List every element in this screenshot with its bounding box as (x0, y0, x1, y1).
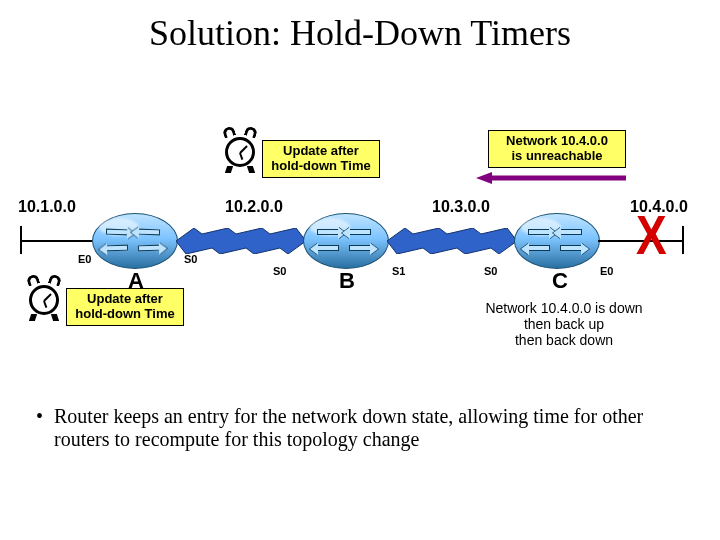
net-label-1: 10.1.0.0 (18, 198, 76, 216)
iface-a-e0: E0 (78, 253, 91, 265)
router-a-icon (92, 213, 178, 269)
router-b-label: B (339, 268, 355, 294)
svg-marker-2 (176, 228, 306, 254)
wan-b-c (387, 228, 517, 254)
lan-segment-1 (20, 240, 92, 242)
status-note-text: Network 10.4.0.0 is down then back up th… (485, 300, 642, 348)
callout-update-top: Update after hold-down Time (262, 140, 380, 178)
link-down-x-icon: X (636, 203, 667, 268)
bullet-1-text: Router keeps an entry for the network do… (54, 405, 690, 451)
svg-marker-3 (387, 228, 517, 254)
iface-b-s0: S0 (273, 265, 286, 277)
iface-c-e0: E0 (600, 265, 613, 277)
bullet-1: • Router keeps an entry for the network … (36, 405, 690, 451)
lan-terminator-1 (20, 226, 22, 254)
callout-unreachable: Network 10.4.0.0 is unreachable (488, 130, 626, 168)
iface-b-s1: S1 (392, 265, 405, 277)
wan-a-b (176, 228, 306, 254)
callout-update-top-text: Update after hold-down Time (271, 143, 370, 173)
router-b-icon (303, 213, 389, 269)
router-c-label: C (552, 268, 568, 294)
iface-a-s0: S0 (184, 253, 197, 265)
arrow-unreachable-icon (476, 171, 626, 185)
net-label-2: 10.2.0.0 (225, 198, 283, 216)
callout-update-left: Update after hold-down Time (66, 288, 184, 326)
lan-terminator-4 (682, 226, 684, 254)
bullet-marker: • (36, 405, 54, 451)
slide: Solution: Hold-Down Timers Network 10.4.… (0, 0, 720, 540)
alarm-clock-icon-2 (26, 275, 62, 321)
callout-unreachable-text: Network 10.4.0.0 is unreachable (506, 133, 608, 163)
callout-update-left-text: Update after hold-down Time (75, 291, 174, 321)
slide-title: Solution: Hold-Down Timers (0, 12, 720, 54)
iface-c-s0: S0 (484, 265, 497, 277)
alarm-clock-icon (222, 127, 258, 173)
router-c-icon (514, 213, 600, 269)
svg-marker-1 (476, 172, 492, 184)
status-note: Network 10.4.0.0 is down then back up th… (454, 300, 674, 348)
net-label-3: 10.3.0.0 (432, 198, 490, 216)
